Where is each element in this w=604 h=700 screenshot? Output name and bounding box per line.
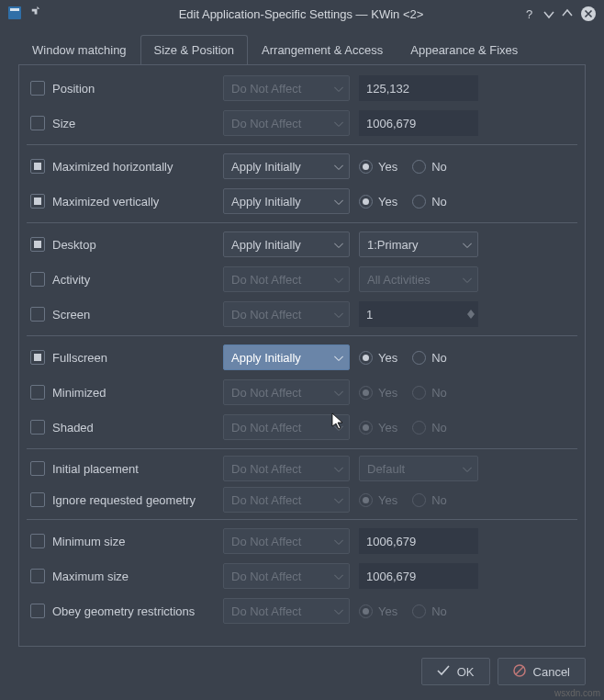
rule-size[interactable]: Do Not Affect	[223, 110, 350, 136]
rule-screen[interactable]: Do Not Affect	[223, 301, 350, 327]
cancel-icon	[513, 664, 526, 680]
value-position[interactable]	[359, 75, 478, 101]
radio-max-h-no[interactable]: No	[412, 160, 447, 174]
titlebar: Edit Application-Specific Settings — KWi…	[0, 0, 604, 28]
label-fullscreen: Fullscreen	[52, 351, 107, 365]
checkbox-position[interactable]	[30, 81, 45, 96]
checkbox-min-size[interactable]	[30, 534, 45, 548]
radio-max-v-yes[interactable]: Yes	[359, 195, 397, 209]
value-initial-placement[interactable]: Default	[359, 456, 478, 481]
checkbox-size[interactable]	[30, 116, 45, 130]
label-screen: Screen	[52, 308, 90, 322]
watermark: wsxdn.com	[554, 688, 600, 698]
checkbox-max-size[interactable]	[30, 569, 45, 583]
chevron-down-icon	[463, 273, 472, 287]
radio-max-v-no[interactable]: No	[412, 195, 447, 209]
rule-max-size[interactable]: Do Not Affect	[223, 563, 350, 589]
chevron-down-icon	[334, 238, 343, 252]
chevron-down-icon	[334, 570, 343, 583]
radio-obey-geo-no: No	[412, 604, 447, 618]
rule-initial-placement[interactable]: Do Not Affect	[223, 456, 350, 481]
chevron-down-icon	[334, 462, 343, 476]
radio-ignore-geo-yes: Yes	[359, 493, 397, 507]
label-min-size: Minimum size	[52, 535, 125, 548]
rule-minimized[interactable]: Do Not Affect	[223, 379, 350, 405]
checkbox-max-h[interactable]	[30, 159, 45, 174]
svg-rect-1	[10, 8, 19, 11]
value-size[interactable]	[359, 110, 478, 136]
rule-activity[interactable]: Do Not Affect	[223, 266, 350, 292]
rule-shaded[interactable]: Do Not Affect	[223, 414, 350, 440]
ok-button[interactable]: OK	[421, 658, 490, 685]
chevron-down-icon	[334, 82, 343, 96]
checkbox-activity[interactable]	[30, 272, 45, 287]
label-desktop: Desktop	[52, 238, 96, 252]
radio-shaded-yes: Yes	[359, 421, 397, 435]
rule-ignore-geo[interactable]: Do Not Affect	[223, 487, 350, 513]
minimize-icon[interactable]	[543, 8, 554, 19]
label-position: Position	[52, 82, 95, 96]
radio-minimized-no: No	[412, 386, 447, 400]
checkbox-obey-geo[interactable]	[30, 604, 45, 618]
rule-min-size[interactable]: Do Not Affect	[223, 528, 350, 554]
tab-size-position[interactable]: Size & Position	[140, 35, 248, 65]
label-max-size: Maximum size	[52, 570, 129, 583]
row-max-size: Maximum size Do Not Affect	[27, 559, 577, 593]
tab-appearance-fixes[interactable]: Appearance & Fixes	[397, 35, 531, 65]
checkbox-minimized[interactable]	[30, 385, 45, 400]
chevron-down-icon	[334, 535, 343, 548]
svg-line-5	[516, 667, 523, 674]
separator	[27, 448, 577, 449]
app-menu-icon[interactable]	[7, 6, 22, 23]
rule-max-h[interactable]: Apply Initially	[223, 153, 350, 179]
checkbox-max-v[interactable]	[30, 194, 45, 209]
row-desktop: Desktop Apply Initially 1:Primary	[27, 227, 577, 262]
label-shaded: Shaded	[52, 421, 94, 435]
row-size: Size Do Not Affect	[27, 106, 577, 141]
checkbox-fullscreen[interactable]	[30, 350, 45, 365]
rule-position[interactable]: Do Not Affect	[223, 75, 350, 101]
chevron-down-icon	[334, 160, 343, 174]
checkbox-screen[interactable]	[30, 307, 45, 322]
checkbox-ignore-geo[interactable]	[30, 492, 45, 507]
checkbox-shaded[interactable]	[30, 420, 45, 435]
value-screen[interactable]: 1	[359, 301, 478, 327]
chevron-down-icon	[334, 493, 343, 507]
cancel-button[interactable]: Cancel	[498, 658, 586, 685]
value-activity[interactable]: All Activities	[359, 266, 478, 292]
value-min-size[interactable]	[359, 528, 478, 554]
help-icon[interactable]: ?	[523, 7, 536, 20]
radio-fullscreen-no[interactable]: No	[412, 351, 447, 365]
close-icon[interactable]	[580, 6, 597, 22]
row-fullscreen: Fullscreen Apply Initially Yes No	[27, 340, 577, 375]
separator	[27, 335, 577, 336]
separator	[27, 519, 577, 520]
row-initial-placement: Initial placement Do Not Affect Default	[27, 453, 577, 484]
value-max-size[interactable]	[359, 563, 478, 589]
chevron-down-icon	[334, 386, 343, 400]
settings-pane: Position Do Not Affect Size Do Not Affec…	[18, 64, 586, 647]
value-desktop[interactable]: 1:Primary	[359, 231, 478, 257]
spin-arrows-icon[interactable]	[467, 310, 475, 319]
radio-obey-geo-yes: Yes	[359, 604, 397, 618]
chevron-down-icon	[463, 462, 472, 476]
rule-obey-geo[interactable]: Do Not Affect	[223, 598, 350, 624]
label-minimized: Minimized	[52, 386, 106, 400]
chevron-down-icon	[334, 273, 343, 287]
rule-desktop[interactable]: Apply Initially	[223, 231, 350, 257]
checkbox-desktop[interactable]	[30, 237, 45, 252]
checkbox-initial-placement[interactable]	[30, 461, 45, 476]
label-activity: Activity	[52, 273, 90, 287]
label-initial-placement: Initial placement	[52, 462, 139, 476]
maximize-icon[interactable]	[562, 8, 573, 19]
row-minimized: Minimized Do Not Affect Yes No	[27, 375, 577, 410]
row-max-h: Maximized horizontally Apply Initially Y…	[27, 149, 577, 184]
tab-arrangement-access[interactable]: Arrangement & Access	[248, 35, 397, 65]
rule-fullscreen[interactable]: Apply Initially	[223, 344, 350, 370]
pin-icon[interactable]	[29, 6, 42, 22]
radio-fullscreen-yes[interactable]: Yes	[359, 351, 397, 365]
rule-max-v[interactable]: Apply Initially	[223, 188, 350, 214]
radio-max-h-yes[interactable]: Yes	[359, 160, 397, 174]
chevron-down-icon	[334, 308, 343, 322]
tab-window-matching[interactable]: Window matching	[18, 35, 140, 65]
